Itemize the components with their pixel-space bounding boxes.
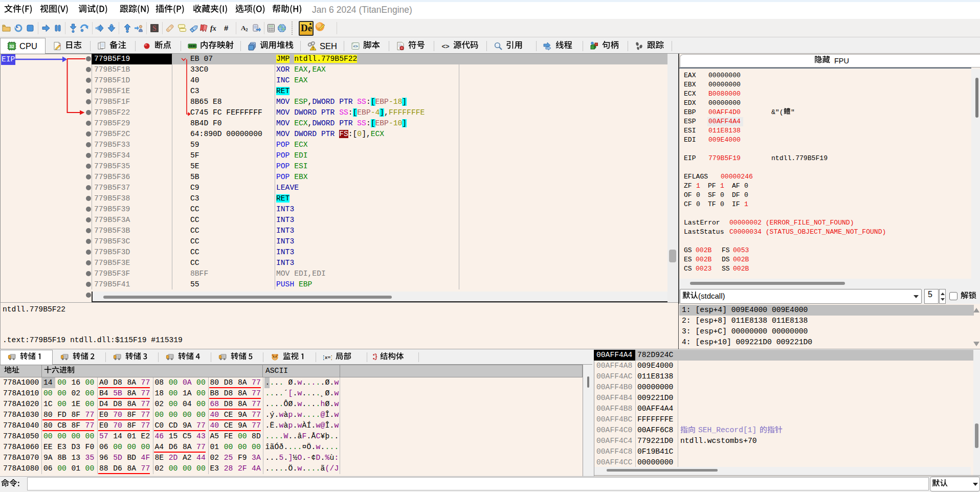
svg-text:#: #	[224, 24, 229, 32]
svg-text:!: !	[313, 46, 314, 51]
svg-text:<>: <>	[441, 42, 450, 50]
svg-text:<>: <>	[353, 44, 358, 49]
svg-text:2: 2	[246, 27, 248, 32]
svg-text:S: S	[152, 25, 157, 32]
svg-text:fx: fx	[210, 25, 216, 32]
svg-text:[x=]: [x=]	[323, 355, 332, 361]
svg-text:32: 32	[9, 44, 14, 49]
